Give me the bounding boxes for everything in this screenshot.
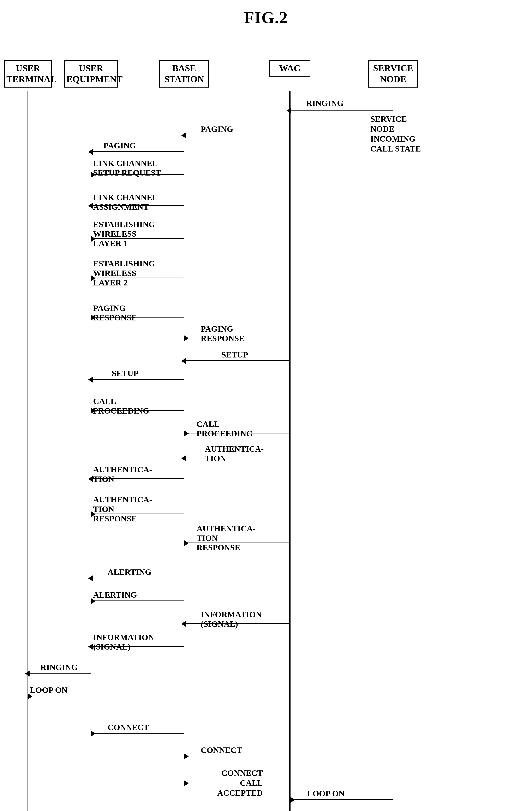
msg-sn-incoming-state: SERVICENODEINCOMINGCALL STATE — [371, 114, 421, 154]
diagram: USERTERMINAL USEREQUIPMENT BASESTATION W… — [0, 33, 532, 811]
entity-user-equipment: USEREQUIPMENT — [64, 60, 118, 88]
vline-user-terminal — [28, 91, 28, 811]
entity-wac: WAC — [269, 60, 310, 77]
vline-service-node — [393, 91, 393, 811]
entity-base-station: BASESTATION — [159, 60, 209, 88]
entity-service-node: SERVICENODE — [368, 60, 418, 88]
vline-user-equipment — [91, 91, 91, 811]
page-title: FIG.2 — [0, 0, 532, 33]
vline-base-station — [184, 91, 184, 811]
vline-wac — [289, 91, 291, 811]
entity-user-terminal: USERTERMINAL — [4, 60, 52, 88]
